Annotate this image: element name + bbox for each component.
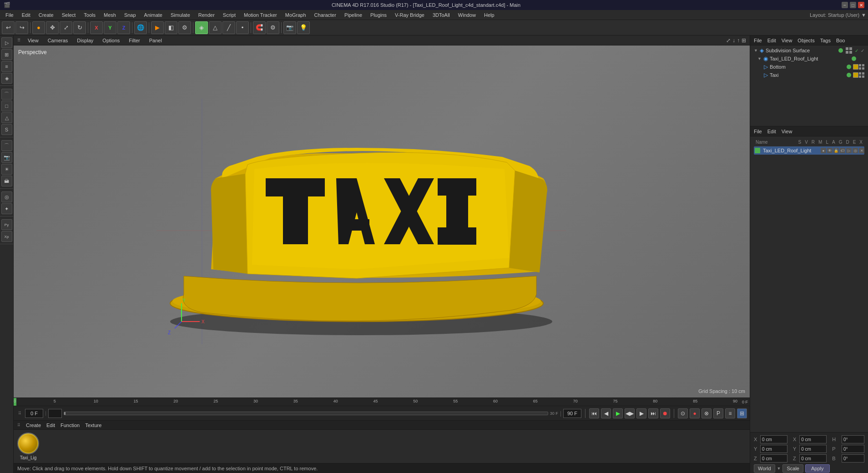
obj-visibility-dot[interactable]	[838, 48, 843, 53]
obj-vis-dot-3[interactable]	[847, 65, 851, 69]
x-axis-button[interactable]: X	[90, 21, 103, 34]
obj-item-taxi[interactable]: ▷ Taxi	[750, 71, 868, 79]
camera-button[interactable]: 📷	[283, 21, 296, 34]
menu-render[interactable]: Render	[195, 11, 218, 19]
attr-icon-x[interactable]: ✕	[859, 148, 864, 153]
menu-3dtoall[interactable]: 3DToAll	[429, 11, 454, 19]
menu-mesh[interactable]: Mesh	[100, 11, 120, 19]
viewport-menu-view[interactable]: View	[26, 37, 40, 44]
light-button[interactable]: 💡	[297, 21, 310, 34]
obj-item-subdivision[interactable]: ▼ ◈ Subdivision Surface ✓ ✓	[750, 46, 868, 55]
frame-range-start[interactable]	[48, 409, 62, 418]
transport-btn-d[interactable]: P	[713, 408, 723, 418]
obj-vis-dot-2[interactable]	[852, 56, 856, 61]
end-frame-input[interactable]	[563, 409, 581, 418]
close-button[interactable]: ✕	[858, 2, 864, 8]
timeline-ruler[interactable]: 0 5 10 15 20 25 30 35 40 45 50 55 60 65 …	[14, 398, 750, 406]
menu-simulate[interactable]: Simulate	[167, 11, 194, 19]
world-coord-button[interactable]: 🌐	[134, 21, 147, 34]
mat-menu-function[interactable]: Function	[61, 423, 80, 428]
left-tool-scene[interactable]: 🏔	[1, 176, 12, 186]
viewport-canvas[interactable]: Perspective	[14, 45, 750, 398]
material-item[interactable]: Taxi_Lig	[17, 433, 39, 460]
render-region-button[interactable]: ◧	[165, 21, 177, 34]
render-button[interactable]: ▶	[151, 21, 164, 34]
maximize-button[interactable]: □	[850, 2, 856, 8]
left-tool-1[interactable]: ▷	[1, 37, 12, 48]
attr-selected-item[interactable]: Taxi_LED_Roof_Light ● 👁 🔒 🏷 ▷ ◎ ✕	[754, 146, 864, 155]
next-frame-button[interactable]: ▶	[636, 408, 646, 418]
timeline-track[interactable]: 0 5 10 15 20 25 30 35 40 45 50 55 60 65 …	[14, 398, 740, 406]
menu-file[interactable]: File	[2, 11, 17, 19]
left-tool-xpresso[interactable]: Xp	[1, 231, 12, 242]
z-axis-button[interactable]: Z	[117, 21, 130, 34]
attr-icon-tag[interactable]: 🏷	[840, 148, 845, 153]
attr-icon-dot[interactable]: ●	[821, 148, 826, 153]
coord-x-input[interactable]	[760, 435, 787, 443]
coord-x2-input[interactable]	[799, 435, 827, 443]
left-tool-nurbs[interactable]: S	[1, 124, 12, 135]
left-tool-camera[interactable]: 📷	[1, 152, 12, 163]
left-tool-spline[interactable]: ⌒	[1, 89, 12, 100]
menu-animate[interactable]: Animate	[141, 11, 166, 19]
y-axis-button[interactable]: Y	[104, 21, 116, 34]
obj-item-taxi-led[interactable]: ▼ ◉ Taxi_LED_Roof_Light	[750, 55, 868, 63]
attr-icon-eye[interactable]: 👁	[827, 148, 833, 153]
om-menu-objects[interactable]: Objects	[797, 38, 814, 43]
transport-btn-c[interactable]: ⊗	[701, 408, 712, 418]
viewport-icon-1[interactable]: ⤢	[726, 37, 731, 44]
om-menu-view[interactable]: View	[782, 38, 792, 43]
attr-icon-lock[interactable]: 🔒	[833, 148, 839, 153]
obj-item-bottom[interactable]: ▷ Bottom	[750, 63, 868, 71]
transport-btn-b[interactable]: ●	[690, 408, 700, 418]
snap-settings-button[interactable]: ⚙	[267, 21, 279, 34]
left-tool-deform[interactable]: ⌒	[1, 140, 12, 151]
left-tool-mograph[interactable]: ◎	[1, 191, 12, 202]
scale-button-coord[interactable]: Scale	[782, 464, 803, 473]
point-mode-button[interactable]: •	[236, 21, 249, 34]
render-settings-button[interactable]: ⚙	[178, 21, 191, 34]
mat-menu-create[interactable]: Create	[26, 423, 41, 428]
rotate-button[interactable]: ↻	[73, 21, 86, 34]
menu-help[interactable]: Help	[480, 11, 498, 19]
menu-mograph[interactable]: MoGraph	[282, 11, 310, 19]
viewport-menu-display[interactable]: Display	[75, 37, 95, 44]
menu-create[interactable]: Create	[35, 11, 57, 19]
viewport-menu-filter[interactable]: Filter	[127, 37, 141, 44]
coord-b-input[interactable]	[842, 454, 864, 463]
attr-icon-motion[interactable]: ◎	[853, 148, 858, 153]
minimize-button[interactable]: −	[842, 2, 848, 8]
frame-range-slider[interactable]	[64, 412, 548, 415]
transport-btn-a[interactable]: ⊙	[678, 408, 688, 418]
prev-frame-button[interactable]: ◀	[601, 408, 611, 418]
om-menu-tags[interactable]: Tags	[820, 38, 831, 43]
viewport-icon-3[interactable]: ↑	[737, 37, 740, 44]
menu-character[interactable]: Character	[311, 11, 340, 19]
obj-vis-dot-4[interactable]	[847, 73, 851, 77]
menu-plugins[interactable]: Plugins	[367, 11, 390, 19]
viewport-icon-2[interactable]: ↓	[732, 37, 735, 44]
edge-mode-button[interactable]: ╱	[222, 21, 235, 34]
current-frame-input[interactable]	[25, 409, 43, 418]
viewport-menu-cameras[interactable]: Cameras	[46, 37, 70, 44]
om-menu-bookmarks[interactable]: Boo	[836, 38, 845, 43]
transport-btn-e[interactable]: ≡	[725, 408, 735, 418]
layout-selector[interactable]: Layout: Startup (User) ▼	[810, 12, 866, 18]
menu-script[interactable]: Script	[219, 11, 239, 19]
menu-edit[interactable]: Edit	[18, 11, 34, 19]
viewport-icon-4[interactable]: ⊞	[742, 37, 746, 44]
goto-end-button[interactable]: ⏭	[648, 408, 658, 418]
play-reverse-button[interactable]: ◀▶	[625, 408, 635, 418]
left-tool-4[interactable]: ◈	[1, 73, 12, 84]
left-tool-2[interactable]: ⊞	[1, 49, 12, 60]
coord-p-input[interactable]	[842, 445, 864, 453]
apply-button[interactable]: Apply	[805, 464, 830, 473]
model-mode-button[interactable]: ◈	[195, 21, 208, 34]
scale-button[interactable]: ⤢	[60, 21, 72, 34]
menu-vray[interactable]: V-Ray Bridge	[391, 11, 428, 19]
left-tool-cube[interactable]: □	[1, 101, 12, 111]
attr-icon-render[interactable]: ▷	[846, 148, 852, 153]
menu-motion-tracker[interactable]: Motion Tracker	[240, 11, 281, 19]
menu-pipeline[interactable]: Pipeline	[341, 11, 366, 19]
live-selection-button[interactable]: ●	[32, 21, 45, 34]
